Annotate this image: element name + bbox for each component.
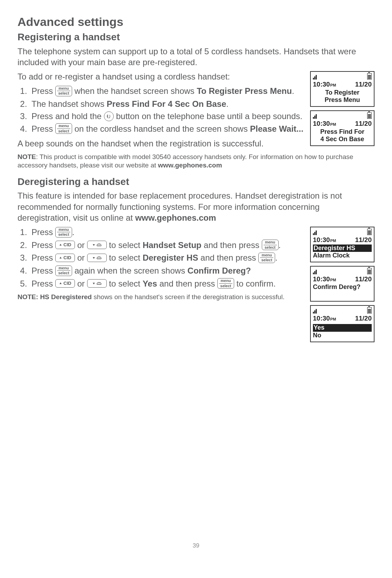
section-heading-register: Registering a handset [18, 31, 374, 43]
screen-time: 10:30 [313, 81, 330, 88]
handset-screen-register: 10:30PM 11/20 To Register Press Menu [310, 71, 374, 107]
signal-icon [313, 309, 317, 314]
handset-screen-dereg-menu: 10:30PM 11/20 Deregister HS Alarm Clock [310, 227, 374, 262]
screen-line: To Register [313, 89, 372, 97]
handset-screen-confirm: 10:30PM 11/20 Confirm Dereg? [310, 266, 374, 302]
screen-line: Confirm Dereg? [313, 283, 372, 291]
cid-up-key-icon: CID [55, 254, 75, 262]
screen-line: Press Find For [313, 128, 372, 136]
signal-icon [313, 114, 317, 119]
compatibility-note: NOTE: This product is compatible with mo… [18, 153, 374, 170]
dir-down-key-icon [87, 241, 107, 249]
handset-screen-yesno: 10:30PM 11/20 Yes No [310, 305, 374, 342]
battery-icon [367, 307, 372, 314]
screen-line: 4 Sec On Base [313, 136, 372, 143]
menu-select-key-icon: menuselect [262, 240, 279, 250]
handset-screen-pressfind: 10:30PM 11/20 Press Find For 4 Sec On Ba… [310, 110, 374, 146]
menu-select-key-icon: menuselect [55, 266, 72, 276]
signal-icon [313, 270, 317, 274]
menu-select-key-icon: menuselect [217, 278, 234, 289]
battery-icon [367, 229, 372, 235]
intro-paragraph: The telephone system can support up to a… [18, 46, 374, 68]
cid-up-key-icon: CID [55, 241, 75, 249]
screen-line: Press Menu [313, 96, 372, 104]
screen-line: No [313, 332, 372, 339]
menu-select-key-icon: menuselect [55, 86, 72, 96]
signal-icon [313, 75, 317, 80]
dir-down-key-icon [87, 254, 107, 262]
signal-icon [313, 230, 317, 235]
deregister-intro: This feature is intended for base replac… [18, 190, 374, 223]
screen-line: Alarm Clock [313, 252, 372, 260]
section-heading-deregister: Deregistering a handset [18, 176, 374, 188]
screen-group-1: 10:30PM 11/20 To Register Press Menu 10:… [310, 71, 374, 150]
screen-line-highlighted: Yes [313, 324, 372, 332]
screen-group-2: 10:30PM 11/20 Deregister HS Alarm Clock … [310, 227, 374, 346]
page-title: Advanced settings [18, 14, 374, 29]
screen-line-highlighted: Deregister HS [313, 245, 372, 252]
cid-up-key-icon: CID [55, 279, 75, 288]
battery-icon [367, 268, 372, 274]
battery-icon [367, 112, 372, 119]
menu-select-key-icon: menuselect [55, 123, 72, 134]
find-handset-key-icon [104, 111, 114, 121]
menu-select-key-icon: menuselect [55, 227, 72, 238]
dir-down-key-icon [87, 279, 107, 288]
page-number: 39 [18, 542, 374, 550]
battery-icon [367, 73, 372, 80]
menu-select-key-icon: menuselect [258, 253, 275, 263]
screen-pm: PM [330, 83, 336, 87]
screen-date: 11/20 [355, 80, 372, 89]
